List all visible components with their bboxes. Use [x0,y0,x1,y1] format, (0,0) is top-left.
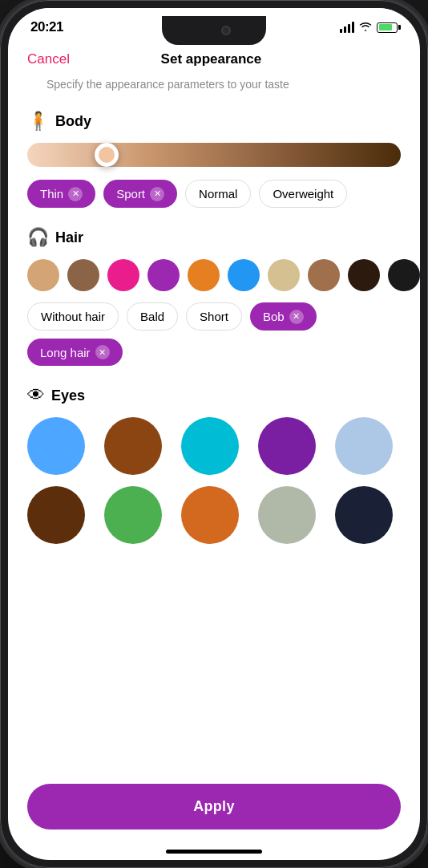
apply-container: Apply [27,784,401,829]
skin-tone-slider[interactable] [27,143,401,167]
page-title: Set appearance [161,51,262,67]
hair-color-3[interactable] [147,259,180,291]
hair-section-header: 🎧 Hair [27,227,401,248]
hair-color-4[interactable] [188,259,220,291]
eye-color-4[interactable] [335,417,393,475]
tag-bob[interactable]: Bob ✕ [250,302,317,331]
signal-bars-icon [340,22,354,33]
tag-short[interactable]: Short [186,302,242,331]
eye-color-6[interactable] [104,486,162,544]
body-section-header: 🧍 Body [27,111,401,132]
hair-color-5[interactable] [228,259,260,291]
hair-color-7[interactable] [308,259,340,291]
hair-color-9[interactable] [388,259,420,291]
tag-bald-label: Bald [140,310,164,323]
tag-thin[interactable]: Thin ✕ [27,180,95,208]
eyes-section-title: Eyes [51,387,85,404]
skin-tone-thumb[interactable] [95,143,119,167]
eye-color-5[interactable] [27,486,85,544]
eye-color-8[interactable] [258,486,316,544]
hair-color-6[interactable] [268,259,300,291]
tag-overweight-label: Overweight [273,187,333,201]
tag-overweight[interactable]: Overweight [259,180,347,208]
tag-bob-close[interactable]: ✕ [289,310,304,324]
hair-color-2[interactable] [107,259,139,291]
tag-normal[interactable]: Normal [185,180,251,208]
nav-bar: Cancel Set appearance [8,42,420,77]
content-area: Specify the appearance parameters to you… [8,77,420,860]
tag-thin-label: Thin [40,187,63,201]
tag-sport-close[interactable]: ✕ [150,187,164,201]
status-time: 20:21 [30,19,63,35]
tag-thin-close[interactable]: ✕ [68,187,83,201]
eye-color-1[interactable] [104,417,162,475]
eyes-section: 👁 Eyes [8,385,420,624]
tag-normal-label: Normal [199,187,237,201]
subtitle-text: Specify the appearance parameters to you… [27,77,309,103]
skin-tone-thumb-inner [99,147,115,163]
hair-icon: 🎧 [27,227,49,248]
status-icons [340,21,398,34]
home-indicator [166,850,262,854]
tag-short-label: Short [200,310,228,323]
eyes-icon: 👁 [27,385,45,406]
tag-long-hair-close[interactable]: ✕ [95,345,110,359]
tag-sport-label: Sport [116,187,145,201]
eye-color-7[interactable] [181,486,239,544]
eye-color-9[interactable] [335,486,393,544]
tag-bob-label: Bob [263,310,285,323]
eye-color-3[interactable] [258,417,316,475]
tag-bald[interactable]: Bald [127,302,178,331]
body-icon: 🧍 [27,111,49,132]
cancel-button[interactable]: Cancel [27,51,70,67]
hair-section-title: Hair [55,229,83,246]
hair-color-0[interactable] [27,259,59,291]
body-section: 🧍 Body Thin ✕ [8,111,420,227]
hair-tags-row: Without hair Bald Short Bob ✕ Long hair [27,302,401,366]
tag-long-hair[interactable]: Long hair ✕ [27,339,123,366]
hair-color-8[interactable] [348,259,380,291]
body-section-title: Body [55,113,91,130]
body-tags-row: Thin ✕ Sport ✕ Normal Overweight [27,180,401,208]
tag-sport[interactable]: Sport ✕ [103,180,177,208]
tag-without-hair-label: Without hair [41,310,105,323]
eyes-section-header: 👁 Eyes [27,385,401,406]
battery-icon [377,22,398,33]
eyes-color-grid [27,417,401,544]
tag-without-hair[interactable]: Without hair [27,302,119,331]
hair-color-row [27,259,401,291]
apply-button[interactable]: Apply [27,784,401,829]
subtitle-section: Specify the appearance parameters to you… [8,77,420,111]
skin-tone-track[interactable] [27,143,401,167]
tag-long-hair-label: Long hair [40,346,91,359]
wifi-icon [359,21,372,34]
hair-color-1[interactable] [67,259,99,291]
eye-color-0[interactable] [27,417,85,475]
hair-section: 🎧 Hair [8,227,420,385]
eye-color-2[interactable] [181,417,239,475]
